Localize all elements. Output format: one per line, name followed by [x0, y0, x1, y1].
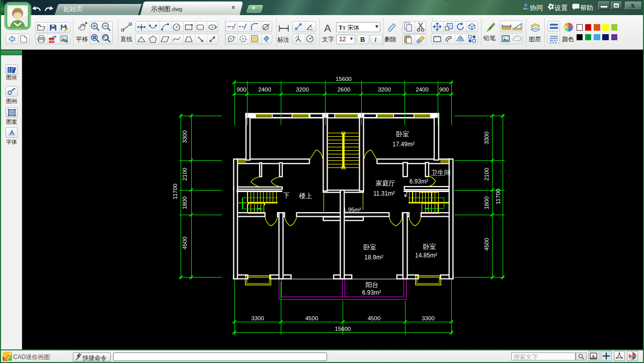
svg-text:卧室: 卧室 — [423, 243, 436, 250]
svg-text:卧室: 卧室 — [396, 130, 409, 138]
svg-text:A: A — [10, 129, 14, 136]
svg-text:15600: 15600 — [335, 326, 351, 332]
svg-text:1800: 1800 — [484, 197, 490, 210]
svg-text:6.93m²: 6.93m² — [362, 289, 381, 296]
svg-text:3300: 3300 — [422, 315, 435, 321]
svg-text:2100: 2100 — [484, 168, 490, 181]
svg-text:17.49m²: 17.49m² — [392, 141, 415, 148]
svg-text:4500: 4500 — [484, 238, 490, 251]
svg-text:2400: 2400 — [416, 86, 429, 93]
svg-text:6.93m²: 6.93m² — [410, 178, 428, 185]
svg-text:2600: 2600 — [338, 86, 351, 93]
svg-text:1800: 1800 — [182, 197, 188, 210]
svg-text:900: 900 — [236, 86, 246, 93]
svg-text:15600: 15600 — [336, 76, 352, 82]
svg-text:3300: 3300 — [251, 315, 264, 321]
svg-text:3200: 3200 — [378, 86, 391, 93]
svg-text:A: A — [324, 22, 331, 33]
svg-text:卧室: 卧室 — [363, 243, 376, 251]
svg-text:下: 下 — [283, 192, 290, 199]
svg-text:1.95m²: 1.95m² — [343, 207, 361, 213]
svg-text:4500: 4500 — [368, 315, 381, 321]
svg-text:楼上: 楼上 — [299, 192, 312, 200]
svg-text:11.31m²: 11.31m² — [373, 190, 395, 197]
svg-text:4500: 4500 — [305, 315, 318, 321]
svg-text:900: 900 — [439, 86, 449, 93]
svg-text:11700: 11700 — [495, 189, 501, 204]
svg-text:11700: 11700 — [172, 184, 178, 199]
svg-text:14.85m²: 14.85m² — [415, 252, 437, 259]
svg-text:阳台: 阳台 — [366, 281, 379, 289]
svg-text:家庭厅: 家庭厅 — [376, 179, 395, 187]
svg-text:PDF: PDF — [49, 39, 55, 42]
svg-text:4500: 4500 — [182, 237, 188, 250]
svg-text:卫生间: 卫生间 — [431, 169, 451, 176]
svg-text:3300: 3300 — [182, 130, 188, 143]
svg-text:3200: 3200 — [296, 86, 309, 93]
svg-text:2400: 2400 — [258, 86, 271, 93]
svg-text:3300: 3300 — [484, 132, 490, 145]
svg-text:18.9m²: 18.9m² — [364, 254, 383, 261]
svg-text:2100: 2100 — [182, 168, 188, 181]
